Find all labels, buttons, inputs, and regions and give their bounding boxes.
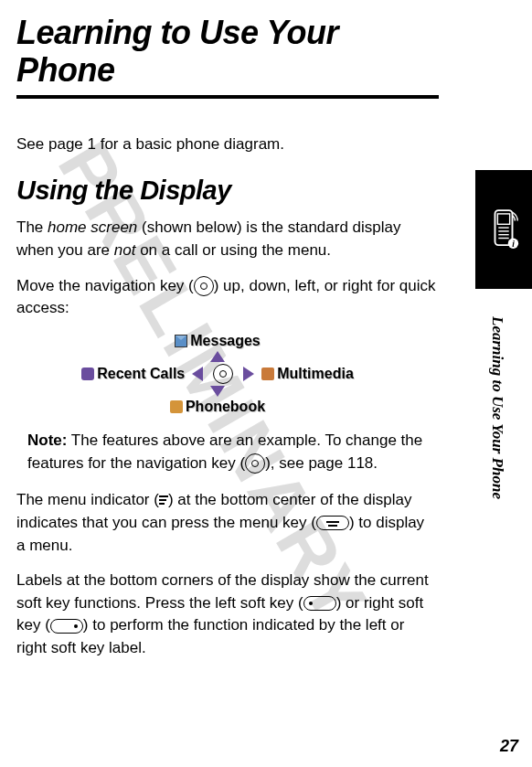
text-fragment: ), see page 118. <box>265 454 378 472</box>
svg-text:i: i <box>512 240 515 249</box>
term-home-screen: home screen <box>48 218 137 236</box>
triangle-left-icon <box>192 367 203 381</box>
note-label: Note: <box>27 431 67 449</box>
menu-key-icon <box>316 516 349 530</box>
menu-indicator-icon <box>159 495 168 506</box>
title-underline <box>16 95 439 99</box>
triangle-down-icon <box>210 386 225 397</box>
nav-up-label: Messages <box>175 333 261 349</box>
nav-key-icon <box>245 453 265 474</box>
note-block: Note: The features above are an example.… <box>27 430 430 474</box>
envelope-icon <box>175 335 187 347</box>
phonebook-mini-icon <box>170 400 183 413</box>
right-sidebar: i Learning to Use Your Phone <box>475 170 532 636</box>
intro-paragraph: See page 1 for a basic phone diagram. <box>16 133 437 156</box>
home-screen-paragraph: The home screen (shown below) is the sta… <box>16 217 437 261</box>
sidebar-running-title: Learning to Use Your Phone <box>488 316 506 499</box>
black-tab: i <box>475 170 532 289</box>
nav-right-text: Multimedia <box>277 366 354 382</box>
nav-key-icon <box>194 276 214 296</box>
nav-center-icon <box>213 364 233 384</box>
soft-key-paragraph: Labels at the bottom corners of the disp… <box>16 570 437 660</box>
menu-indicator-paragraph: The menu indicator () at the bottom cent… <box>16 489 437 557</box>
page-title: Learning to Use Your Phone <box>16 14 437 90</box>
nav-key-paragraph: Move the navigation key () up, down, lef… <box>16 275 437 320</box>
phone-icon: i <box>486 207 521 252</box>
left-soft-key-icon <box>303 596 336 611</box>
nav-down-text: Phonebook <box>186 399 265 415</box>
triangle-right-icon <box>243 367 254 381</box>
page-number: 27 <box>500 737 518 756</box>
svg-rect-1 <box>497 214 509 224</box>
nav-up-text: Messages <box>190 333 261 349</box>
nav-left-text: Recent Calls <box>97 366 185 382</box>
main-content: Learning to Use Your Phone See page 1 fo… <box>16 14 437 660</box>
nav-right-label: Multimedia <box>261 366 354 382</box>
right-soft-key-icon <box>50 619 83 634</box>
text-fragment: on a call or using the menu. <box>135 241 331 259</box>
nav-diagram: Messages Recent Calls Multimedia <box>71 333 364 415</box>
text-fragment: The <box>16 218 48 236</box>
text-fragment: Move the navigation key ( <box>16 277 194 294</box>
text-fragment: The menu indicator ( <box>16 491 159 508</box>
section-heading: Using the Display <box>16 176 437 206</box>
triangle-up-icon <box>210 351 225 362</box>
term-not: not <box>114 241 136 259</box>
phone-mini-icon <box>81 368 94 380</box>
nav-down-label: Phonebook <box>170 399 265 415</box>
multimedia-mini-icon <box>261 368 274 380</box>
nav-left-label: Recent Calls <box>81 366 185 382</box>
